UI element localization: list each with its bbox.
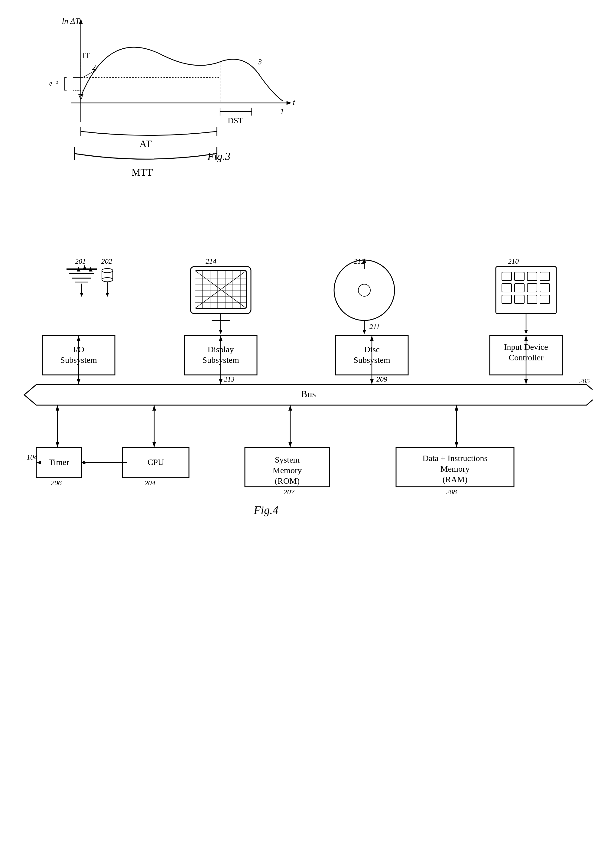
- svg-marker-75: [363, 330, 366, 334]
- svg-text:205: 205: [579, 377, 590, 385]
- svg-rect-89: [515, 295, 524, 304]
- svg-text:213: 213: [224, 375, 234, 383]
- svg-text:Fig.4: Fig.4: [253, 504, 278, 516]
- svg-rect-82: [527, 272, 537, 281]
- svg-text:209: 209: [377, 375, 387, 383]
- svg-text:104: 104: [26, 453, 37, 461]
- svg-text:Timer: Timer: [49, 457, 69, 467]
- svg-text:IT: IT: [82, 51, 90, 60]
- svg-marker-93: [524, 330, 528, 334]
- svg-rect-80: [502, 272, 512, 281]
- svg-text:System: System: [275, 455, 300, 464]
- svg-text:211: 211: [369, 322, 380, 330]
- fig4-diagram: 201 202 214: [18, 248, 592, 822]
- svg-marker-69: [219, 330, 223, 334]
- svg-text:207: 207: [284, 488, 295, 496]
- svg-text:3: 3: [257, 58, 262, 66]
- svg-text:208: 208: [446, 488, 457, 496]
- svg-text:CPU: CPU: [147, 457, 164, 467]
- svg-rect-84: [502, 284, 512, 292]
- svg-text:AT: AT: [140, 138, 152, 149]
- svg-text:DST: DST: [228, 116, 243, 125]
- svg-text:Data + Instructions: Data + Instructions: [423, 454, 488, 463]
- svg-marker-141: [36, 461, 41, 464]
- svg-rect-91: [540, 295, 550, 304]
- svg-text:204: 204: [144, 479, 155, 487]
- svg-marker-3: [287, 101, 292, 105]
- svg-text:210: 210: [508, 257, 519, 265]
- fig3-diagram: ln ΔT t IT e⁻¹ 2 3 1: [30, 12, 302, 188]
- svg-point-72: [358, 284, 371, 296]
- svg-rect-90: [527, 295, 537, 304]
- svg-point-42: [102, 268, 113, 273]
- svg-text:ln ΔT: ln ΔT: [62, 17, 81, 26]
- svg-text:(RAM): (RAM): [443, 475, 467, 484]
- svg-text:t: t: [293, 98, 296, 107]
- svg-text:Memory: Memory: [273, 466, 302, 475]
- svg-rect-81: [515, 272, 524, 281]
- svg-text:Fig.3: Fig.3: [207, 150, 230, 162]
- svg-text:(ROM): (ROM): [275, 476, 299, 485]
- svg-text:206: 206: [51, 479, 62, 487]
- svg-text:201: 201: [75, 257, 86, 265]
- svg-rect-86: [527, 284, 537, 292]
- svg-marker-47: [105, 293, 109, 297]
- svg-marker-49: [80, 293, 84, 297]
- svg-text:Memory: Memory: [440, 464, 470, 473]
- svg-rect-88: [502, 295, 512, 304]
- svg-text:1: 1: [280, 107, 284, 115]
- svg-text:Bus: Bus: [301, 389, 316, 399]
- svg-point-45: [102, 277, 113, 282]
- svg-rect-79: [496, 267, 556, 313]
- svg-text:MTT: MTT: [132, 167, 153, 178]
- svg-rect-83: [540, 272, 550, 281]
- svg-text:e⁻¹: e⁻¹: [49, 79, 58, 87]
- svg-rect-85: [515, 284, 524, 292]
- svg-text:214: 214: [206, 257, 217, 265]
- svg-text:202: 202: [101, 257, 112, 265]
- svg-rect-87: [540, 284, 550, 292]
- svg-marker-39: [83, 265, 87, 270]
